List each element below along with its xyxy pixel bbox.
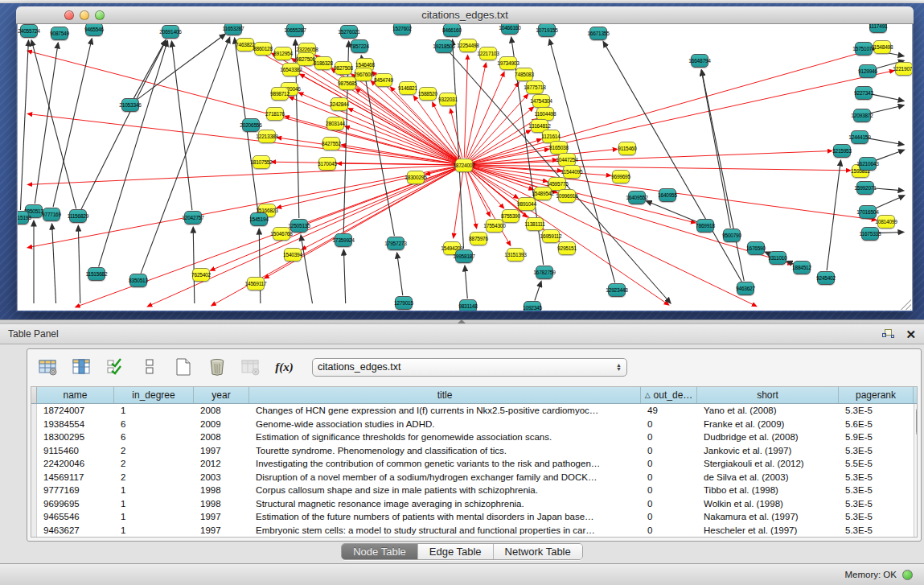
graph-node[interactable]: 10466160	[501, 24, 519, 35]
graph-node[interactable]: 9898712	[271, 87, 289, 101]
graph-node[interactable]: 10719155	[538, 24, 556, 37]
graph-node[interactable]: 9777169	[43, 208, 60, 221]
graph-node[interactable]: 12444159	[851, 130, 869, 144]
graph-node[interactable]: 16543382	[282, 63, 300, 76]
graph-node[interactable]: 12219073	[895, 62, 913, 76]
table-row[interactable]: 1938455462009Genome-wide association stu…	[31, 418, 914, 431]
graph-node[interactable]: 8466160	[443, 24, 461, 37]
graph-node[interactable]: 9129946	[859, 64, 877, 78]
graph-node[interactable]: 15489542	[534, 187, 552, 200]
graph-node[interactable]: 18724007	[455, 159, 473, 172]
graph-node[interactable]: 1640955	[659, 188, 676, 202]
column-header-name[interactable]: name	[37, 387, 114, 403]
graph-node[interactable]: 13151393	[507, 248, 524, 262]
graph-node[interactable]: 3242844	[331, 97, 348, 111]
graph-node[interactable]: 9827506	[297, 52, 314, 66]
graph-node[interactable]: 8186328	[314, 56, 332, 70]
column-header-short[interactable]: short	[697, 387, 839, 403]
column-header-title[interactable]: title	[249, 387, 641, 403]
graph-node[interactable]: 16648794	[691, 54, 708, 68]
graph-node[interactable]: 9311010	[769, 251, 786, 265]
graph-node[interactable]: 11544095	[563, 165, 581, 179]
graph-node[interactable]: 9463627	[737, 282, 754, 295]
new-table-icon[interactable]	[172, 357, 194, 377]
graph-node[interactable]: 10814099	[877, 215, 895, 229]
graph-node[interactable]: 16671355	[589, 27, 607, 40]
graph-node[interactable]: 7625402	[192, 268, 210, 282]
graph-node[interactable]: 9245402	[817, 271, 835, 285]
graph-node[interactable]: 7485083	[515, 68, 533, 81]
graph-node[interactable]: 14754304	[532, 94, 550, 108]
graph-node[interactable]: 17554300	[486, 219, 503, 233]
graph-node[interactable]: 17016504	[859, 205, 877, 219]
close-window-icon[interactable]	[64, 10, 74, 20]
column-header-year[interactable]: year	[194, 387, 249, 403]
graph-node[interactable]: 9827508	[335, 61, 352, 75]
table-row[interactable]: 1456911722003Disruption of a novel membe…	[31, 471, 914, 484]
graph-node[interactable]: 11675333	[861, 227, 879, 241]
graph-node[interactable]: 15751074	[855, 42, 873, 56]
graph-node[interactable]: 3170045	[318, 157, 336, 171]
graph-node[interactable]: 8165038	[550, 141, 568, 154]
graph-node[interactable]: 12213389	[258, 130, 276, 143]
graph-node[interactable]: 20206556	[242, 118, 260, 132]
window-titlebar[interactable]: citations_edges.txt	[16, 6, 914, 24]
table-row[interactable]: 977716911998Corpus callosum shape and si…	[31, 484, 914, 497]
function-builder-icon[interactable]: f(x)	[273, 357, 295, 377]
graph-node[interactable]: 18107552	[253, 155, 270, 169]
graph-node[interactable]: 9891044	[518, 197, 536, 211]
graph-node[interactable]: 10996916	[558, 189, 576, 203]
close-panel-icon[interactable]: ✕	[906, 328, 916, 340]
graph-node[interactable]: 9500790	[723, 229, 741, 242]
graph-node[interactable]: 19218506	[435, 39, 453, 53]
graph-node[interactable]: 1545194	[250, 212, 268, 226]
splitter-handle-icon[interactable]	[458, 319, 466, 323]
network-canvas[interactable]: 7463822886012889129542322605898275061654…	[17, 24, 913, 311]
graph-node[interactable]: 8427552	[322, 137, 340, 150]
show-column-icon[interactable]	[71, 357, 92, 377]
graph-node[interactable]: 18775718	[526, 80, 544, 94]
graph-node[interactable]: 9699695	[612, 170, 630, 183]
tab-edge-table[interactable]: Edge Table	[418, 544, 494, 559]
graph-node[interactable]: 17957273	[387, 237, 405, 250]
graph-node[interactable]: 2718176	[266, 107, 284, 121]
graph-node[interactable]: 7463822	[236, 38, 254, 51]
table-row[interactable]: 946554611997Estimation of the future num…	[31, 510, 914, 524]
graph-node[interactable]: 11604498	[536, 107, 554, 121]
table-row[interactable]: 911546021997Tourette syndrome. Phenomeno…	[31, 444, 914, 458]
minimize-window-icon[interactable]	[80, 10, 89, 20]
tab-node-table[interactable]: Node Table	[342, 544, 418, 559]
vertical-scrollbar[interactable]	[914, 404, 918, 537]
column-header-in_degree[interactable]: in_degree	[114, 387, 194, 403]
graph-node[interactable]: 8875976	[470, 232, 487, 245]
row-height-icon[interactable]	[138, 357, 160, 377]
graph-node[interactable]: 7869918	[696, 219, 714, 233]
graph-node[interactable]: 8454749	[375, 73, 392, 87]
graph-node[interactable]: 1676590	[747, 241, 765, 255]
graph-node[interactable]: 17359924	[335, 233, 352, 247]
graph-node[interactable]: 10655287	[286, 24, 304, 37]
scrollbar-thumb[interactable]	[916, 406, 918, 437]
graph-node[interactable]: 19958187	[455, 249, 473, 263]
graph-node[interactable]: 20691406	[162, 25, 179, 39]
graph-node[interactable]: 2803144	[326, 117, 344, 130]
graph-node[interactable]: 1279015	[395, 296, 413, 310]
select-rows-icon[interactable]	[105, 357, 126, 377]
graph-node[interactable]: 19734903	[499, 56, 517, 70]
graph-node[interactable]: 8912954	[274, 47, 292, 60]
table-select-dropdown[interactable]: citations_edges.txt ▲▼	[312, 358, 627, 377]
table-row[interactable]: 1872400712008Changes of HCN gene express…	[31, 404, 914, 418]
graph-node[interactable]: 11381111	[526, 217, 544, 231]
graph-node[interactable]: 15046768	[273, 227, 290, 241]
graph-node[interactable]: 1540394	[284, 248, 302, 262]
zoom-window-icon[interactable]	[95, 10, 105, 20]
graph-node[interactable]: 11156829	[69, 209, 87, 223]
graph-node[interactable]: 8860128	[254, 42, 272, 56]
graph-node[interactable]: 16210643	[859, 157, 877, 171]
table-row[interactable]: 969969511998Structural magnetic resonanc…	[31, 497, 914, 511]
graph-node[interactable]: 10447254	[558, 153, 576, 167]
table-row[interactable]: 946362711997Embryonic stem cells: a mode…	[31, 524, 914, 538]
graph-node[interactable]: 1588520	[419, 87, 437, 101]
graph-node[interactable]: 11653287	[224, 24, 242, 35]
graph-node[interactable]: 9227343	[855, 86, 873, 100]
